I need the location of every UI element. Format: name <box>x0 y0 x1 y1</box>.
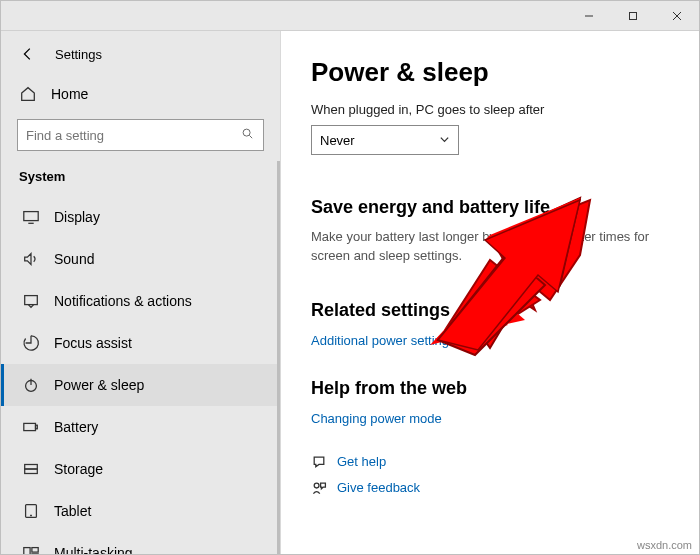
svg-rect-13 <box>25 465 38 470</box>
home-icon <box>19 85 37 103</box>
search-field[interactable] <box>26 128 241 143</box>
battery-icon <box>22 418 40 436</box>
changing-power-mode-link[interactable]: Changing power mode <box>311 411 442 426</box>
chevron-down-icon <box>439 133 450 148</box>
save-energy-heading: Save energy and battery life <box>311 197 669 218</box>
search-icon <box>241 127 255 144</box>
sidebar-item-label: Battery <box>54 419 98 435</box>
help-from-web-heading: Help from the web <box>311 378 669 399</box>
svg-rect-14 <box>25 469 38 474</box>
minimize-button[interactable] <box>567 1 611 31</box>
sidebar-nav: Display Sound Notifications & actions Fo… <box>1 196 280 554</box>
svg-rect-11 <box>24 423 36 430</box>
settings-title: Settings <box>55 47 102 62</box>
sidebar-item-label: Power & sleep <box>54 377 144 393</box>
notifications-icon <box>22 292 40 310</box>
sidebar-item-display[interactable]: Display <box>1 196 280 238</box>
sidebar-item-sound[interactable]: Sound <box>1 238 280 280</box>
svg-rect-17 <box>24 548 30 554</box>
home-label: Home <box>51 86 88 102</box>
sidebar-item-focus-assist[interactable]: Focus assist <box>1 322 280 364</box>
sidebar-item-label: Notifications & actions <box>54 293 192 309</box>
svg-rect-18 <box>32 548 38 553</box>
close-button[interactable] <box>655 1 699 31</box>
sidebar-item-label: Storage <box>54 461 103 477</box>
save-energy-desc: Make your battery last longer by choosin… <box>311 228 669 266</box>
svg-point-20 <box>314 483 319 488</box>
svg-line-5 <box>249 135 252 138</box>
dropdown-value: Never <box>320 133 355 148</box>
sidebar: Settings Home System Display Sound <box>1 31 281 554</box>
sidebar-item-label: Display <box>54 209 100 225</box>
svg-rect-6 <box>24 212 38 221</box>
sidebar-item-notifications[interactable]: Notifications & actions <box>1 280 280 322</box>
svg-rect-1 <box>630 12 637 19</box>
back-button[interactable] <box>17 43 39 65</box>
additional-power-settings-link[interactable]: Additional power settings <box>311 333 456 348</box>
sidebar-category: System <box>1 161 280 196</box>
give-feedback-row[interactable]: Give feedback <box>311 480 669 496</box>
sleep-dropdown[interactable]: Never <box>311 125 459 155</box>
focus-assist-icon <box>22 334 40 352</box>
sidebar-item-tablet[interactable]: Tablet <box>1 490 280 532</box>
svg-point-4 <box>243 129 250 136</box>
display-icon <box>22 208 40 226</box>
search-input[interactable] <box>17 119 264 151</box>
feedback-icon <box>311 480 327 496</box>
sidebar-item-battery[interactable]: Battery <box>1 406 280 448</box>
plugged-in-label: When plugged in, PC goes to sleep after <box>311 102 669 117</box>
titlebar <box>1 1 699 31</box>
power-icon <box>22 376 40 394</box>
get-help-icon <box>311 454 327 470</box>
page-title: Power & sleep <box>311 57 669 88</box>
svg-rect-8 <box>25 296 38 305</box>
sidebar-scrollbar[interactable] <box>277 161 280 554</box>
give-feedback-link[interactable]: Give feedback <box>337 480 420 495</box>
related-settings-heading: Related settings <box>311 300 669 321</box>
main-content: Power & sleep When plugged in, PC goes t… <box>281 31 699 554</box>
get-help-row[interactable]: Get help <box>311 454 669 470</box>
tablet-icon <box>22 502 40 520</box>
sidebar-item-multitasking[interactable]: Multi-tasking <box>1 532 280 554</box>
sidebar-item-storage[interactable]: Storage <box>1 448 280 490</box>
svg-rect-12 <box>36 425 38 429</box>
sidebar-item-power-sleep[interactable]: Power & sleep <box>1 364 280 406</box>
storage-icon <box>22 460 40 478</box>
sidebar-item-label: Focus assist <box>54 335 132 351</box>
maximize-button[interactable] <box>611 1 655 31</box>
get-help-link[interactable]: Get help <box>337 454 386 469</box>
sound-icon <box>22 250 40 268</box>
sidebar-home[interactable]: Home <box>1 75 280 113</box>
sidebar-item-label: Multi-tasking <box>54 545 133 554</box>
sidebar-item-label: Sound <box>54 251 94 267</box>
watermark: wsxdn.com <box>637 539 692 551</box>
multitasking-icon <box>22 544 40 554</box>
sidebar-item-label: Tablet <box>54 503 91 519</box>
